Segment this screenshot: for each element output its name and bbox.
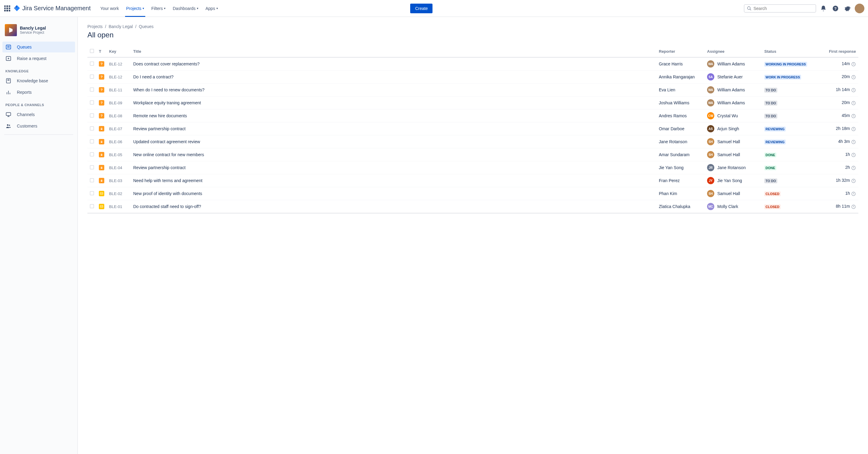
assignee-cell[interactable]: CWCrystal Wu — [707, 112, 760, 119]
row-checkbox[interactable] — [90, 139, 94, 144]
status-badge[interactable]: CLOSED — [764, 191, 781, 196]
issue-title[interactable]: Review partnership contract — [131, 122, 656, 135]
user-avatar[interactable] — [855, 4, 864, 13]
row-checkbox[interactable] — [90, 87, 94, 92]
issue-title[interactable]: New proof of identity with documents — [131, 187, 656, 200]
assignee-cell[interactable]: JYJie Yan Song — [707, 177, 760, 184]
status-badge[interactable]: REVIEWING — [764, 127, 786, 131]
issue-title[interactable]: Need help with terms and agreement — [131, 174, 656, 187]
issue-title[interactable]: Remote new hire documents — [131, 110, 656, 122]
sidebar-item-raise-a-request[interactable]: Raise a request — [2, 53, 75, 64]
sidebar-item-reports[interactable]: Reports — [2, 87, 75, 98]
assignee-cell[interactable]: SHSamuel Hall — [707, 190, 760, 197]
table-row[interactable]: BLE-05New online contract for new member… — [87, 148, 858, 161]
project-header[interactable]: Bancly Legal Service Project — [2, 23, 75, 41]
issue-key[interactable]: BLE-03 — [107, 174, 131, 187]
issue-title[interactable]: Do I need a contract? — [131, 70, 656, 84]
nav-filters[interactable]: Filters▾ — [148, 0, 169, 17]
status-badge[interactable]: REVIEWING — [764, 140, 786, 144]
col-first-response[interactable]: First response — [816, 47, 858, 57]
assignee-cell[interactable]: ASArjun Singh — [707, 125, 760, 132]
app-switcher-icon[interactable] — [4, 5, 11, 12]
issue-title[interactable]: New online contract for new members — [131, 148, 656, 161]
table-row[interactable]: BLE-06Updated contract agreement reviewJ… — [87, 135, 858, 148]
settings-icon[interactable] — [843, 4, 852, 13]
row-checkbox[interactable] — [90, 61, 94, 66]
issue-title[interactable]: Updated contract agreement review — [131, 135, 656, 148]
search-input-wrapper[interactable] — [744, 4, 816, 13]
row-checkbox[interactable] — [90, 152, 94, 156]
row-checkbox[interactable] — [90, 165, 94, 170]
col-status[interactable]: Status — [762, 47, 816, 57]
breadcrumb-item[interactable]: Bancly Legal — [108, 24, 133, 29]
sidebar-item-queues[interactable]: Queues — [2, 41, 75, 53]
status-badge[interactable]: TO DO — [764, 101, 777, 105]
issue-key[interactable]: BLE-12 — [107, 57, 131, 70]
status-badge[interactable]: DONE — [764, 153, 776, 157]
issue-key[interactable]: BLE-07 — [107, 122, 131, 135]
issue-key[interactable]: BLE-11 — [107, 84, 131, 96]
assignee-cell[interactable]: WAWilliam Adams — [707, 99, 760, 107]
issue-title[interactable]: Review partnership contract — [131, 161, 656, 174]
status-badge[interactable]: WORKING IN PROGRESS — [764, 62, 807, 67]
col-title[interactable]: Title — [131, 47, 656, 57]
issue-key[interactable]: BLE-02 — [107, 187, 131, 200]
issue-key[interactable]: BLE-05 — [107, 148, 131, 161]
issue-key[interactable]: BLE-12 — [107, 70, 131, 84]
col-reporter[interactable]: Reporter — [656, 47, 705, 57]
status-badge[interactable]: TO DO — [764, 178, 777, 183]
assignee-cell[interactable]: SAStefanie Auer — [707, 73, 760, 81]
table-row[interactable]: ?BLE-11When do I need to renew documents… — [87, 84, 858, 96]
sidebar-item-knowledge-base[interactable]: Knowledge base — [2, 75, 75, 86]
issue-key[interactable]: BLE-04 — [107, 161, 131, 174]
nav-your-work[interactable]: Your work — [97, 0, 123, 17]
row-checkbox[interactable] — [90, 204, 94, 208]
nav-apps[interactable]: Apps▾ — [202, 0, 221, 17]
nav-dashboards[interactable]: Dashboards▾ — [169, 0, 202, 17]
issue-key[interactable]: BLE-09 — [107, 96, 131, 110]
assignee-cell[interactable]: SHSamuel Hall — [707, 151, 760, 158]
row-checkbox[interactable] — [90, 113, 94, 118]
issue-title[interactable]: Workplace equity traning agreement — [131, 96, 656, 110]
table-row[interactable]: ?BLE-12Do I need a contract?Annika Ranga… — [87, 70, 858, 84]
col-assignee[interactable]: Assignee — [705, 47, 762, 57]
row-checkbox[interactable] — [90, 191, 94, 195]
notifications-icon[interactable] — [818, 4, 828, 13]
col-key[interactable]: Key — [107, 47, 131, 57]
table-row[interactable]: ?BLE-12Does contract cover replacements?… — [87, 57, 858, 70]
nav-projects[interactable]: Projects▾ — [123, 0, 148, 17]
status-badge[interactable]: CLOSED — [764, 204, 781, 209]
breadcrumb-item[interactable]: Projects — [87, 24, 103, 29]
product-logo[interactable]: Jira Service Management — [13, 5, 91, 12]
create-button[interactable]: Create — [410, 4, 433, 13]
assignee-cell[interactable]: SHSamuel Hall — [707, 138, 760, 145]
table-row[interactable]: BLE-04Review partnership contractJie Yan… — [87, 161, 858, 174]
search-input[interactable] — [753, 6, 813, 11]
select-all-checkbox[interactable] — [90, 49, 94, 53]
row-checkbox[interactable] — [90, 74, 94, 79]
issue-title[interactable]: Does contract cover replacements? — [131, 57, 656, 70]
help-icon[interactable]: ? — [831, 4, 840, 13]
sidebar-item-customers[interactable]: Customers — [2, 121, 75, 131]
status-badge[interactable]: TO DO — [764, 114, 777, 119]
table-row[interactable]: BLE-07Review partnership contractOmar Da… — [87, 122, 858, 135]
table-row[interactable]: BLE-01Do contracted staff need to sign-o… — [87, 200, 858, 213]
issue-key[interactable]: BLE-08 — [107, 110, 131, 122]
table-row[interactable]: BLE-03Need help with terms and agreement… — [87, 174, 858, 187]
breadcrumb-item[interactable]: Queues — [139, 24, 154, 29]
status-badge[interactable]: WORK IN PROGRESS — [764, 75, 801, 80]
row-checkbox[interactable] — [90, 178, 94, 182]
table-row[interactable]: ?BLE-09Workplace equity traning agreemen… — [87, 96, 858, 110]
assignee-cell[interactable]: JRJane Rotanson — [707, 164, 760, 171]
issue-key[interactable]: BLE-01 — [107, 200, 131, 213]
row-checkbox[interactable] — [90, 126, 94, 130]
sidebar-item-channels[interactable]: Channels — [2, 109, 75, 120]
issue-title[interactable]: Do contracted staff need to sign-off? — [131, 200, 656, 213]
issue-key[interactable]: BLE-06 — [107, 135, 131, 148]
col-type[interactable]: T — [96, 47, 107, 57]
assignee-cell[interactable]: MCMolly Clark — [707, 203, 760, 210]
table-row[interactable]: BLE-02New proof of identity with documen… — [87, 187, 858, 200]
status-badge[interactable]: TO DO — [764, 88, 777, 93]
assignee-cell[interactable]: WAWilliam Adams — [707, 86, 760, 93]
assignee-cell[interactable]: WAWilliam Adams — [707, 60, 760, 67]
